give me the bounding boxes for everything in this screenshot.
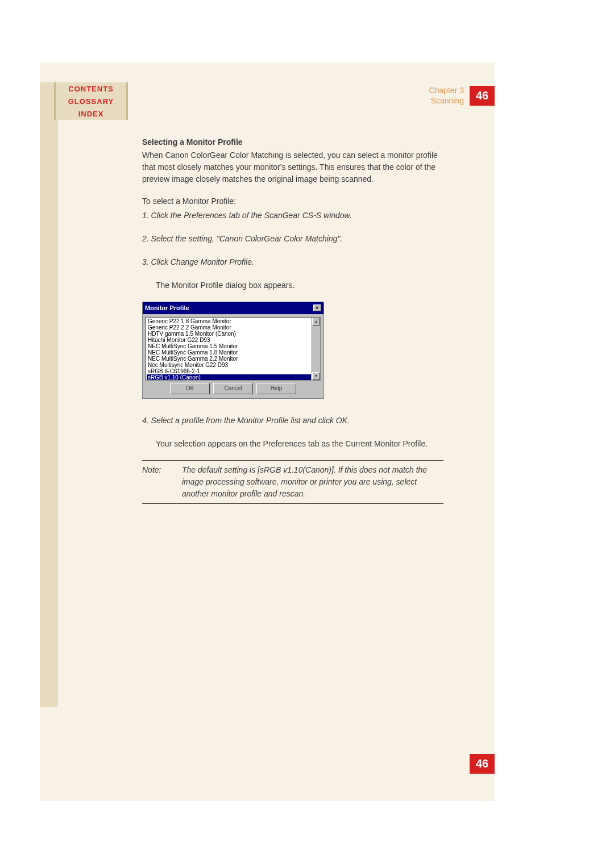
step-2: 2. Select the setting, "Canon ColorGear … <box>142 233 443 245</box>
list-item[interactable]: Generic P22 2.2 Gamma Monitor <box>147 324 311 331</box>
list-item-selected[interactable]: sRGB v1.10 (Canon) <box>147 374 311 381</box>
scroll-up-icon[interactable]: ▴ <box>312 318 320 326</box>
close-icon[interactable]: × <box>313 304 321 311</box>
list-item[interactable]: Generic P22 1.8 Gamma Monitor <box>147 318 311 324</box>
list-item[interactable]: NEC MultiSync Gamma 2.2 Monitor <box>147 356 311 362</box>
profile-list-items: Generic P22 1.8 Gamma Monitor Generic P2… <box>146 318 312 380</box>
monitor-profile-dialog: Monitor Profile × Generic P22 1.8 Gamma … <box>142 302 324 399</box>
dialog-title: Monitor Profile <box>145 303 189 313</box>
page-container: CONTENTS GLOSSARY INDEX Chapter 3 Scanni… <box>40 62 495 801</box>
page-number-bottom: 46 <box>470 754 495 774</box>
list-item[interactable]: sRGB IEC61966-2-1 <box>147 368 311 374</box>
nav-button-group: CONTENTS GLOSSARY INDEX <box>54 82 128 120</box>
help-button[interactable]: Help <box>256 383 296 394</box>
list-item[interactable]: Nec Multisync Monitor G22 D93 <box>147 362 311 368</box>
step-1: 1. Click the Preferences tab of the Scan… <box>142 210 443 222</box>
chapter-title: Scanning <box>429 95 464 106</box>
step-3: 3. Click Change Monitor Profile. <box>142 256 443 268</box>
chapter-text: Chapter 3 Scanning <box>429 85 464 106</box>
step-3-result: The Monitor Profile dialog box appears. <box>142 279 443 291</box>
dialog-button-row: OK Cancel Help <box>146 381 321 395</box>
note-section: Note: The default setting is [sRGB v1.10… <box>142 460 443 504</box>
note-label: Note: <box>142 464 182 500</box>
profile-listbox[interactable]: Generic P22 1.8 Gamma Monitor Generic P2… <box>146 317 321 381</box>
nav-glossary[interactable]: GLOSSARY <box>54 95 128 107</box>
dialog-titlebar: Monitor Profile × <box>143 302 323 314</box>
scrollbar-vertical[interactable]: ▴ ▾ <box>312 318 320 380</box>
intro-paragraph: When Canon ColorGear Color Matching is s… <box>142 149 443 185</box>
left-margin-bar <box>40 82 58 707</box>
note-text: The default setting is [sRGB v1.10(Canon… <box>182 464 443 500</box>
page-number-top: 46 <box>470 86 495 106</box>
step-4: 4. Select a profile from the Monitor Pro… <box>142 415 443 427</box>
list-item[interactable]: NEC MultiSync Gamma 1.8 Monitor <box>147 349 311 356</box>
chapter-number: Chapter 3 <box>429 85 464 95</box>
scroll-down-icon[interactable]: ▾ <box>312 372 320 380</box>
dialog-body: Generic P22 1.8 Gamma Monitor Generic P2… <box>143 314 323 398</box>
list-item[interactable]: Hitachi Monitor G22 D93 <box>147 337 311 343</box>
nav-index[interactable]: INDEX <box>54 107 128 120</box>
step-4-result: Your selection appears on the Preference… <box>142 438 443 450</box>
nav-contents[interactable]: CONTENTS <box>54 82 128 95</box>
cancel-button[interactable]: Cancel <box>213 383 253 394</box>
section-heading: Selecting a Monitor Profile <box>142 136 443 148</box>
chapter-header: Chapter 3 Scanning 46 <box>429 85 495 106</box>
sub-heading: To select a Monitor Profile: <box>142 195 443 207</box>
ok-button[interactable]: OK <box>170 383 210 394</box>
main-content: Selecting a Monitor Profile When Canon C… <box>142 136 443 504</box>
list-item[interactable]: HDTV gamma 1.5 Monitor (Canon) <box>147 331 311 337</box>
list-item[interactable]: NEC MultiSync Gamma 1.5 Monitor <box>147 343 311 349</box>
